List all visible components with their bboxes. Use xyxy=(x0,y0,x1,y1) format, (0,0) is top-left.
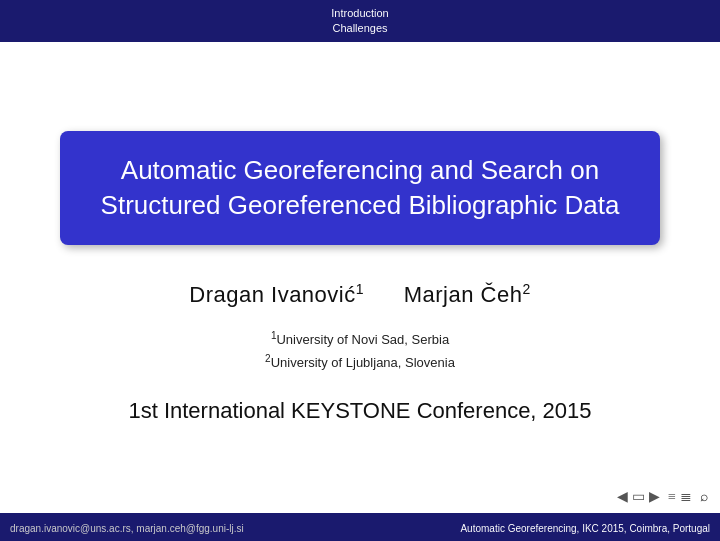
affiliations: 1University of Novi Sad, Serbia 2Univers… xyxy=(265,328,455,374)
title-line1: Automatic Georeferencing and Search on xyxy=(121,155,599,185)
title-line2: Structured Georeferenced Bibliographic D… xyxy=(101,190,620,220)
affiliation-2: 2University of Ljubljana, Slovenia xyxy=(265,351,455,374)
affil2-text: University of Ljubljana, Slovenia xyxy=(271,356,455,371)
nav-line1: Introduction xyxy=(331,7,388,19)
conference-text: 1st International KEYSTONE Conference, 2… xyxy=(128,398,591,424)
bottom-bar: dragan.ivanovic@uns.ac.rs, marjan.ceh@fg… xyxy=(0,513,720,541)
authors-line: Dragan Ivanović1 Marjan Čeh2 xyxy=(189,281,530,308)
author1-sup: 1 xyxy=(356,281,364,297)
nav-search-icon[interactable]: ⌕ xyxy=(700,489,708,505)
author2-sup: 2 xyxy=(522,281,530,297)
main-content: Automatic Georeferencing and Search on S… xyxy=(0,42,720,513)
top-nav-bar: Introduction Challenges xyxy=(0,0,720,42)
nav-right-icon[interactable]: ▶ xyxy=(649,488,660,505)
nav-list2-icon[interactable]: ≣ xyxy=(680,488,692,505)
title-box: Automatic Georeferencing and Search on S… xyxy=(60,131,660,245)
bottom-left-text: dragan.ivanovic@uns.ac.rs, marjan.ceh@fg… xyxy=(10,523,244,534)
affil1-text: University of Novi Sad, Serbia xyxy=(276,332,449,347)
author1-name: Dragan Ivanović xyxy=(189,282,355,307)
slide-container: Introduction Challenges Automatic Georef… xyxy=(0,0,720,541)
nav-left-icon[interactable]: ◀ xyxy=(617,488,628,505)
title-text: Automatic Georeferencing and Search on S… xyxy=(90,153,630,223)
nav-frame-icon[interactable]: ▭ xyxy=(632,488,645,505)
nav-line2: Challenges xyxy=(332,22,387,34)
bottom-right: Automatic Georeferencing, IKC 2015, Coim… xyxy=(360,518,720,536)
top-nav-text: Introduction Challenges xyxy=(331,6,388,37)
nav-list-icon[interactable]: ≡ xyxy=(668,489,676,505)
nav-icons: ◀ ▭ ▶ ≡ ≣ ⌕ xyxy=(617,488,708,505)
bottom-right-text: Automatic Georeferencing, IKC 2015, Coim… xyxy=(460,523,710,534)
bottom-left: dragan.ivanovic@uns.ac.rs, marjan.ceh@fg… xyxy=(0,518,360,536)
author2-name: Marjan Čeh xyxy=(404,282,523,307)
affiliation-1: 1University of Novi Sad, Serbia xyxy=(265,328,455,351)
